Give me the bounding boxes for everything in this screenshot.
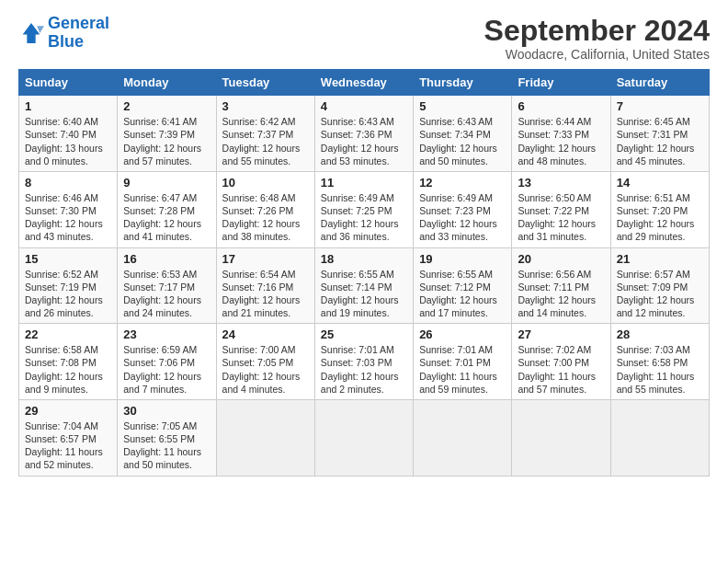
day-number: 26 [419,327,506,341]
cell-info: Sunrise: 6:43 AMSunset: 7:34 PMDaylight:… [419,116,497,167]
day-number: 2 [123,99,210,113]
calendar-cell: 28Sunrise: 7:03 AMSunset: 6:58 PMDayligh… [610,324,709,400]
calendar-cell [414,399,512,476]
cell-info: Sunrise: 6:49 AMSunset: 7:25 PMDaylight:… [321,192,399,243]
cell-info: Sunrise: 7:01 AMSunset: 7:01 PMDaylight:… [419,344,497,395]
calendar-cell: 22Sunrise: 6:58 AMSunset: 7:08 PMDayligh… [19,324,118,400]
cell-info: Sunrise: 6:50 AMSunset: 7:22 PMDaylight:… [518,192,596,243]
calendar-cell: 18Sunrise: 6:55 AMSunset: 7:14 PMDayligh… [314,247,413,324]
cell-info: Sunrise: 7:04 AMSunset: 6:57 PMDaylight:… [25,420,103,471]
day-number: 15 [25,252,111,266]
cell-info: Sunrise: 6:45 AMSunset: 7:31 PMDaylight:… [617,116,695,167]
calendar-week-4: 22Sunrise: 6:58 AMSunset: 7:08 PMDayligh… [19,324,710,400]
calendar-cell: 5Sunrise: 6:43 AMSunset: 7:34 PMDaylight… [414,96,512,172]
day-number: 28 [617,327,703,341]
svg-marker-1 [37,26,44,33]
calendar-header: Sunday Monday Tuesday Wednesday Thursday… [19,70,710,96]
cell-info: Sunrise: 6:54 AMSunset: 7:16 PMDaylight:… [222,269,301,319]
calendar-cell: 14Sunrise: 6:51 AMSunset: 7:20 PMDayligh… [610,171,709,247]
logo: General Blue [18,15,109,52]
cell-info: Sunrise: 6:53 AMSunset: 7:17 PMDaylight:… [123,269,201,319]
calendar-cell: 11Sunrise: 6:49 AMSunset: 7:25 PMDayligh… [314,171,413,247]
calendar-cell: 4Sunrise: 6:43 AMSunset: 7:36 PMDaylight… [314,96,413,172]
calendar-cell: 20Sunrise: 6:56 AMSunset: 7:11 PMDayligh… [512,247,610,324]
day-number: 3 [222,99,309,113]
col-tuesday: Tuesday [216,70,314,96]
cell-info: Sunrise: 6:59 AMSunset: 7:06 PMDaylight:… [123,344,201,395]
calendar-cell [216,399,314,476]
cell-info: Sunrise: 6:43 AMSunset: 7:36 PMDaylight:… [321,116,399,167]
calendar-cell: 2Sunrise: 6:41 AMSunset: 7:39 PMDaylight… [118,96,216,172]
calendar-cell: 26Sunrise: 7:01 AMSunset: 7:01 PMDayligh… [414,324,512,400]
page: General Blue September 2024 Woodacre, Ca… [0,0,728,486]
cell-info: Sunrise: 6:41 AMSunset: 7:39 PMDaylight:… [123,116,201,167]
calendar-cell: 10Sunrise: 6:48 AMSunset: 7:26 PMDayligh… [216,171,314,247]
cell-info: Sunrise: 7:03 AMSunset: 6:58 PMDaylight:… [617,344,695,395]
calendar-cell [610,399,709,476]
day-number: 19 [419,252,506,266]
day-number: 16 [123,252,210,266]
calendar-cell [512,399,610,476]
calendar-cell: 23Sunrise: 6:59 AMSunset: 7:06 PMDayligh… [118,324,216,400]
cell-info: Sunrise: 6:42 AMSunset: 7:37 PMDaylight:… [222,116,301,167]
calendar-cell: 6Sunrise: 6:44 AMSunset: 7:33 PMDaylight… [512,96,610,172]
day-number: 27 [518,327,604,341]
title-block: September 2024 Woodacre, California, Uni… [484,15,710,62]
calendar-cell: 12Sunrise: 6:49 AMSunset: 7:23 PMDayligh… [414,171,512,247]
calendar-cell: 1Sunrise: 6:40 AMSunset: 7:40 PMDaylight… [19,96,118,172]
col-monday: Monday [118,70,216,96]
day-number: 25 [321,327,407,341]
location: Woodacre, California, United States [484,47,710,62]
day-number: 11 [321,176,407,190]
col-friday: Friday [512,70,610,96]
calendar-cell: 21Sunrise: 6:57 AMSunset: 7:09 PMDayligh… [610,247,709,324]
cell-info: Sunrise: 6:58 AMSunset: 7:08 PMDaylight:… [25,344,103,395]
day-number: 18 [321,252,407,266]
calendar-cell: 15Sunrise: 6:52 AMSunset: 7:19 PMDayligh… [19,247,118,324]
calendar-cell: 9Sunrise: 6:47 AMSunset: 7:28 PMDaylight… [118,171,216,247]
cell-info: Sunrise: 6:51 AMSunset: 7:20 PMDaylight:… [617,192,695,243]
day-number: 13 [518,176,604,190]
logo-general: General [48,14,109,32]
day-number: 29 [25,404,111,418]
day-number: 23 [123,327,210,341]
calendar-cell: 24Sunrise: 7:00 AMSunset: 7:05 PMDayligh… [216,324,314,400]
calendar-week-5: 29Sunrise: 7:04 AMSunset: 6:57 PMDayligh… [19,399,710,476]
cell-info: Sunrise: 6:49 AMSunset: 7:23 PMDaylight:… [419,192,497,243]
header-row: Sunday Monday Tuesday Wednesday Thursday… [19,70,710,96]
calendar-week-3: 15Sunrise: 6:52 AMSunset: 7:19 PMDayligh… [19,247,710,324]
cell-info: Sunrise: 7:01 AMSunset: 7:03 PMDaylight:… [321,344,399,395]
calendar-cell: 25Sunrise: 7:01 AMSunset: 7:03 PMDayligh… [314,324,413,400]
calendar-week-1: 1Sunrise: 6:40 AMSunset: 7:40 PMDaylight… [19,96,710,172]
cell-info: Sunrise: 6:46 AMSunset: 7:30 PMDaylight:… [25,192,103,243]
day-number: 6 [518,99,604,113]
header: General Blue September 2024 Woodacre, Ca… [18,15,710,62]
day-number: 24 [222,327,309,341]
cell-info: Sunrise: 6:44 AMSunset: 7:33 PMDaylight:… [518,116,596,167]
calendar-cell [314,399,413,476]
day-number: 10 [222,176,309,190]
calendar-body: 1Sunrise: 6:40 AMSunset: 7:40 PMDaylight… [19,96,710,476]
calendar-cell: 19Sunrise: 6:55 AMSunset: 7:12 PMDayligh… [414,247,512,324]
col-saturday: Saturday [610,70,709,96]
day-number: 21 [617,252,703,266]
day-number: 4 [321,99,407,113]
calendar-cell: 3Sunrise: 6:42 AMSunset: 7:37 PMDaylight… [216,96,314,172]
day-number: 30 [123,404,210,418]
cell-info: Sunrise: 6:40 AMSunset: 7:40 PMDaylight:… [25,116,103,167]
month-title: September 2024 [484,15,710,47]
day-number: 17 [222,252,309,266]
day-number: 8 [25,176,111,190]
day-number: 1 [25,99,111,113]
col-thursday: Thursday [414,70,512,96]
cell-info: Sunrise: 6:47 AMSunset: 7:28 PMDaylight:… [123,192,201,243]
day-number: 22 [25,327,111,341]
day-number: 20 [518,252,604,266]
day-number: 5 [419,99,506,113]
cell-info: Sunrise: 6:55 AMSunset: 7:14 PMDaylight:… [321,269,399,319]
col-sunday: Sunday [19,70,118,96]
cell-info: Sunrise: 6:56 AMSunset: 7:11 PMDaylight:… [518,269,596,319]
logo-text: General Blue [48,15,109,52]
calendar-cell: 17Sunrise: 6:54 AMSunset: 7:16 PMDayligh… [216,247,314,324]
day-number: 12 [419,176,506,190]
